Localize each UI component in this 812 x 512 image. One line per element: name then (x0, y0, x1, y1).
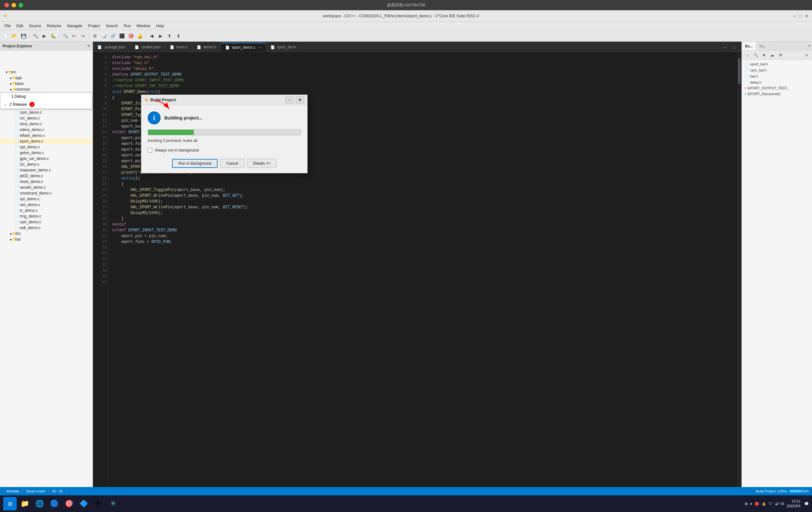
tree-trng-demo[interactable]: 📄 trng_demo.c (0, 213, 93, 219)
tab-close-eport-demo[interactable]: ✕ (259, 46, 261, 49)
taskbar-icon4[interactable]: 🎯 (62, 497, 76, 510)
tree-cpm-demo[interactable]: 📄 cpm_demo.c (0, 110, 93, 115)
build-debug-option[interactable]: 1 Debug (0, 93, 92, 100)
tree-wdt-demo[interactable]: 📄 wdt_demo.c (0, 225, 93, 231)
tree-hal[interactable]: ▸📁 hal (0, 237, 93, 242)
outline-hal[interactable]: 📄 hal.h (742, 73, 812, 79)
details-button[interactable]: Details >> (247, 159, 277, 168)
taskbar-chrome[interactable]: 🔵 (48, 497, 61, 510)
menu-source[interactable]: Source (26, 23, 44, 29)
build-config-dropdown[interactable]: 1 Debug ✓ 2 Release 1 (0, 92, 92, 109)
right-tab-build[interactable]: Bu... (742, 42, 756, 50)
close-button[interactable] (4, 3, 9, 7)
outline-toolbar-btn6[interactable]: ≡ (802, 51, 811, 59)
tab-main-c[interactable]: 📄 main.c (165, 42, 192, 52)
toolbar-extra8[interactable]: ▶ (156, 32, 165, 40)
taskbar-icon5[interactable]: 🔷 (77, 497, 90, 510)
tree-secdet-demo[interactable]: 📄 secdet_demo.c (0, 185, 93, 190)
right-panel-close[interactable]: ✕ (808, 44, 811, 48)
right-tab-outline[interactable]: Ou.. (756, 42, 770, 50)
toolbar-new[interactable]: 📄 (1, 32, 10, 40)
menu-window[interactable]: Window (134, 23, 153, 29)
tree-area[interactable]: ▾📁 src ▸📁 app ▸📁 base ▸📁 common ▾📁 (0, 68, 93, 487)
dialog-controls[interactable]: ─ ✕ (286, 96, 304, 103)
toolbar-extra3[interactable]: 🔗 (109, 32, 117, 40)
outline-delay[interactable]: 📄 delay.h (742, 79, 812, 85)
tree-spi-demo[interactable]: 📄 spi_demo.c (0, 196, 93, 202)
menu-navigate[interactable]: Navigate (64, 23, 85, 29)
tree-src[interactable]: ▾📁 src (0, 69, 93, 75)
tree-smartcard-demo[interactable]: 📄 smartcard_demo.c (0, 190, 93, 196)
tree-lowpower-demo[interactable]: 📄 lowpower_demo.c (0, 167, 93, 173)
menu-file[interactable]: File (2, 23, 13, 29)
start-button[interactable]: ⊞ (3, 497, 17, 510)
toolbar-extra5[interactable]: 🎯 (126, 32, 135, 40)
outline-toolbar-btn1[interactable]: ↕ (743, 51, 751, 59)
ide-minimize-btn[interactable]: ─ (793, 13, 796, 19)
tab-xmake-json[interactable]: 📄 xmake.json (130, 42, 165, 52)
outline-toolbar-btn4[interactable]: ☁ (768, 51, 777, 59)
toolbar-extra2[interactable]: 📊 (100, 32, 108, 40)
tab-eport-demo-c[interactable]: 📄 eport_demo.c ✕ (221, 42, 266, 52)
menu-project[interactable]: Project (86, 23, 103, 29)
toolbar-debug[interactable]: 🐛 (49, 32, 57, 40)
toolbar-build[interactable]: 🔨 (31, 32, 39, 40)
tree-eflash-demo[interactable]: 📄 eflash_demo.c (0, 133, 93, 139)
tree-gpio-demo[interactable]: 📄 gpio_usi_demo.c (0, 156, 93, 161)
tray-notification[interactable]: 💬 (804, 502, 809, 506)
outline-eport-output[interactable]: # EPORT_OUTPUT_TEST... (742, 85, 812, 91)
toolbar-undo[interactable]: ↩ (70, 32, 78, 40)
toolbar-extra6[interactable]: 🔔 (136, 32, 144, 40)
tree-ept-demo[interactable]: 📄 ept_demo.c (0, 144, 93, 150)
taskbar-icon6[interactable]: 👁 (92, 497, 105, 510)
cancel-button[interactable]: Cancel (220, 159, 244, 168)
outline-toolbar-btn2[interactable]: 🔍 (751, 51, 760, 59)
dialog-checkbox-row[interactable]: Always run in background (148, 148, 301, 152)
build-release-option[interactable]: ✓ 2 Release 1 (0, 100, 92, 109)
outline-eport-demo-fn[interactable]: ● EPORT_Demo(void) : (742, 91, 812, 97)
tree-uart-demo[interactable]: 📄 uart_demo.c (0, 219, 93, 225)
menu-help[interactable]: Help (153, 23, 167, 29)
tree-tc-demo[interactable]: 📄 tc_demo.c (0, 208, 93, 213)
dialog-close-btn[interactable]: ✕ (296, 96, 304, 103)
toolbar-run[interactable]: ▶ (40, 32, 48, 40)
tree-reset-demo[interactable]: 📄 reset_demo.c (0, 179, 93, 185)
toolbar-save[interactable]: 💾 (19, 32, 28, 40)
outline-eport-hal[interactable]: 📄 eport_hal.h (742, 61, 812, 67)
maximize-button[interactable] (19, 3, 23, 7)
tree-base[interactable]: ▸📁 base (0, 81, 93, 87)
toolbar-extra4[interactable]: ⬛ (118, 32, 126, 40)
tree-dma-demo[interactable]: 📄 dma_demo.c (0, 121, 93, 127)
menu-refactor[interactable]: Refactor (44, 23, 64, 29)
tree-common[interactable]: ▸📁 common (0, 87, 93, 92)
toolbar-extra9[interactable]: ⬆ (165, 32, 174, 40)
menu-edit[interactable]: Edit (14, 23, 26, 29)
outline-toolbar-btn5[interactable]: ⚙ (777, 51, 785, 59)
tree-swi-demo[interactable]: 📄 swi_demo.c (0, 202, 93, 208)
ide-close-btn[interactable]: ✕ (805, 13, 809, 19)
tree-getsn-demo[interactable]: 📄 getsn_demo.c (0, 150, 93, 156)
tree-drv[interactable]: ▸📁 drv (0, 231, 93, 237)
editor-maximize-btn[interactable]: □ (731, 43, 739, 52)
scrollbar-thumb[interactable] (738, 58, 741, 84)
toolbar-extra1[interactable]: ⚙ (91, 32, 99, 40)
build-project-dialog[interactable]: ✳ Build Project ─ ✕ i Building project..… (141, 94, 308, 173)
minimize-button[interactable] (11, 3, 16, 7)
tab-package-json[interactable]: 📄 .ackage.json (93, 42, 130, 52)
menu-run[interactable]: Run (121, 23, 133, 29)
tree-eport-demo[interactable]: 📄 eport_demo.c (0, 139, 93, 144)
tab-eport-drv-h[interactable]: 📄 eport_drv.h (266, 42, 301, 52)
toolbar-open[interactable]: 📂 (10, 32, 19, 40)
toolbar-extra10[interactable]: ⬇ (174, 32, 183, 40)
outline-cpm-hal[interactable]: 📄 cpm_hal.h (742, 67, 812, 73)
tree-i2c-demo[interactable]: 📄 i2c_demo.c (0, 161, 93, 167)
project-explorer-close[interactable]: ✕ (87, 44, 90, 48)
tree-pit32-demo[interactable]: 📄 pit32_demo.c (0, 173, 93, 179)
editor-scrollbar[interactable] (737, 52, 742, 487)
menu-search[interactable]: Search (103, 23, 120, 29)
run-in-background-button[interactable]: Run in Background (172, 159, 218, 168)
tree-app[interactable]: ▸📁 app (0, 75, 93, 81)
toolbar-search[interactable]: 🔍 (61, 32, 69, 40)
outline-toolbar-btn3[interactable]: ★ (760, 51, 768, 59)
ide-maximize-btn[interactable]: □ (799, 13, 802, 19)
